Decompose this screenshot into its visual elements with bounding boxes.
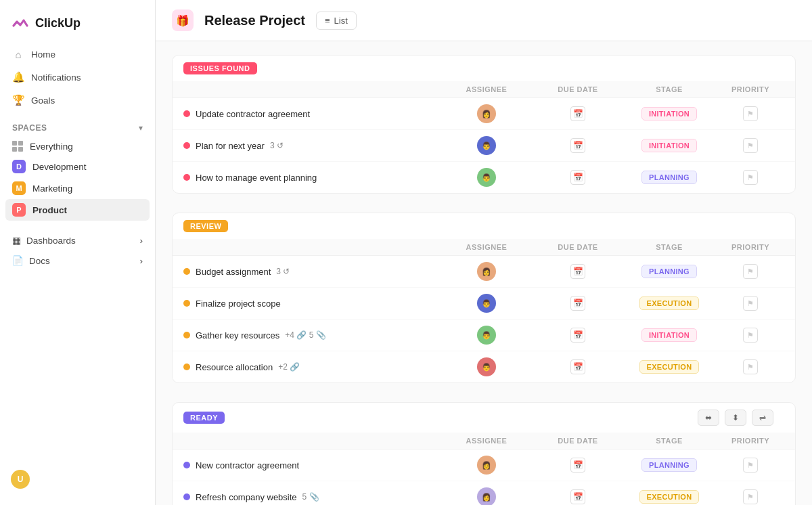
- col-priority-label: PRIORITY: [717, 243, 784, 251]
- task-name: Budget assignment: [196, 267, 271, 277]
- stage-badge: PLANNING: [641, 171, 697, 184]
- task-name-cell: Budget assignment 3 ↺: [183, 267, 439, 277]
- sidebar-bottom-sections: ▦ Dashboards › 📄 Docs ›: [0, 230, 155, 271]
- priority-cell[interactable]: ⚑: [717, 296, 784, 311]
- list-view-label: List: [334, 16, 348, 26]
- sidebar-item-dashboards[interactable]: ▦ Dashboards ›: [0, 230, 155, 250]
- stage-badge: EXECUTION: [639, 490, 700, 504]
- stage-cell: EXECUTION: [622, 297, 717, 310]
- task-name: How to manage event planning: [196, 173, 317, 183]
- due-date-cell[interactable]: 📅: [534, 106, 622, 121]
- task-name: New contractor agreement: [196, 460, 299, 470]
- assignee-cell: 👨: [439, 136, 534, 155]
- task-name: Refresh company website: [196, 492, 297, 502]
- due-date-cell[interactable]: 📅: [534, 359, 622, 374]
- priority-icon: ⚑: [743, 489, 758, 504]
- task-name-cell: Refresh company website 5 📎: [183, 492, 439, 502]
- table-row[interactable]: Resource allocation +2 🔗 👨 📅 EXECUTION ⚑: [173, 351, 795, 382]
- toolbar-btn-1[interactable]: ⬌: [698, 410, 719, 426]
- product-label: Product: [32, 205, 67, 215]
- docs-chevron-icon: ›: [140, 256, 143, 266]
- priority-cell[interactable]: ⚑: [717, 138, 784, 153]
- col-task-label: [194, 243, 439, 251]
- table-row[interactable]: New contractor agreement 👩 📅 PLANNING ⚑: [173, 449, 795, 481]
- group-review: REVIEW ASSIGNEE DUE DATE STAGE PRIORITY …: [172, 213, 796, 383]
- priority-cell[interactable]: ⚑: [717, 264, 784, 279]
- priority-cell[interactable]: ⚑: [717, 458, 784, 473]
- sidebar-item-goals[interactable]: 🏆 Goals: [5, 89, 150, 111]
- list-view-button[interactable]: ≡ List: [316, 12, 357, 30]
- stage-badge: EXECUTION: [639, 297, 700, 310]
- table-row[interactable]: Budget assignment 3 ↺ 👩 📅 PLANNING ⚑: [173, 256, 795, 288]
- toolbar-btn-2[interactable]: ⬍: [725, 410, 746, 426]
- table-row[interactable]: Plan for next year 3 ↺ 👨 📅 INITIATION ⚑: [173, 130, 795, 162]
- task-name-cell: Resource allocation +2 🔗: [183, 362, 439, 372]
- development-dot: D: [12, 160, 26, 173]
- task-meta: 3 ↺: [270, 141, 284, 150]
- assignee-cell: 👩: [439, 456, 534, 475]
- priority-icon: ⚑: [743, 106, 758, 121]
- col-duedate-label: DUE DATE: [534, 243, 622, 251]
- col-priority-label: PRIORITY: [717, 85, 784, 93]
- table-row[interactable]: Finalize project scope 👨 📅 EXECUTION ⚑: [173, 288, 795, 320]
- ready-toolbar: ⬌ ⬍ ⇌: [687, 410, 784, 426]
- due-date-cell[interactable]: 📅: [534, 138, 622, 153]
- task-status-dot: [183, 174, 190, 181]
- user-avatar-area[interactable]: U: [0, 462, 155, 497]
- table-row[interactable]: Refresh company website 5 📎 👩 📅 EXECUTIO…: [173, 481, 795, 505]
- task-name: Finalize project scope: [196, 299, 281, 309]
- issues-table-header: ASSIGNEE DUE DATE STAGE PRIORITY: [173, 81, 795, 98]
- task-name-cell: Finalize project scope: [183, 299, 439, 309]
- project-icon: 🎁: [172, 9, 194, 31]
- due-date-cell[interactable]: 📅: [534, 489, 622, 504]
- assignee-cell: 👩: [439, 487, 534, 505]
- priority-icon: ⚑: [743, 170, 758, 185]
- due-date-cell[interactable]: 📅: [534, 296, 622, 311]
- sidebar-item-notifications-label: Notifications: [31, 72, 81, 83]
- task-name-cell: Plan for next year 3 ↺: [183, 141, 439, 151]
- main-header: 🎁 Release Project ≡ List: [156, 0, 812, 41]
- stage-badge: PLANNING: [641, 265, 697, 278]
- sidebar-item-goals-label: Goals: [31, 95, 55, 106]
- task-meta: +4 🔗 5 📎: [285, 330, 325, 340]
- docs-label: Docs: [29, 256, 50, 266]
- sidebar-item-notifications[interactable]: 🔔 Notifications: [5, 66, 150, 88]
- priority-cell[interactable]: ⚑: [717, 359, 784, 374]
- due-date-cell[interactable]: 📅: [534, 328, 622, 343]
- stage-cell: EXECUTION: [622, 360, 717, 374]
- docs-icon: 📄: [12, 255, 24, 266]
- sidebar-item-docs[interactable]: 📄 Docs ›: [0, 250, 155, 271]
- priority-icon: ⚑: [743, 296, 758, 311]
- sidebar: ClickUp ⌂ Home 🔔 Notifications 🏆 Goals S…: [0, 0, 156, 505]
- due-date-cell[interactable]: 📅: [534, 458, 622, 473]
- table-row[interactable]: How to manage event planning 👨 📅 PLANNIN…: [173, 162, 795, 193]
- stage-badge: PLANNING: [641, 458, 697, 472]
- task-status-dot: [183, 493, 190, 500]
- sidebar-item-everything[interactable]: Everything: [5, 137, 150, 156]
- avatar: 👨: [477, 136, 496, 155]
- table-row[interactable]: Update contractor agreement 👩 📅 INITIATI…: [173, 98, 795, 130]
- priority-cell[interactable]: ⚑: [717, 328, 784, 343]
- avatar: 👨: [477, 357, 496, 376]
- table-row[interactable]: Gather key resources +4 🔗 5 📎 👨 📅 INITIA…: [173, 320, 795, 351]
- list-view-icon: ≡: [325, 16, 330, 26]
- priority-cell[interactable]: ⚑: [717, 170, 784, 185]
- avatar: 👨: [477, 294, 496, 313]
- sidebar-item-marketing[interactable]: M Marketing: [5, 177, 150, 199]
- sidebar-item-home[interactable]: ⌂ Home: [5, 43, 150, 65]
- sidebar-item-product[interactable]: P Product: [5, 199, 150, 221]
- stage-cell: INITIATION: [622, 139, 717, 152]
- chevron-down-icon[interactable]: ▾: [139, 123, 143, 133]
- development-label: Development: [32, 162, 87, 172]
- sidebar-item-development[interactable]: D Development: [5, 156, 150, 177]
- stage-badge: INITIATION: [641, 139, 697, 152]
- issues-found-badge: ISSUES FOUND: [183, 62, 257, 74]
- due-date-cell[interactable]: 📅: [534, 170, 622, 185]
- assignee-cell: 👨: [439, 326, 534, 345]
- priority-cell[interactable]: ⚑: [717, 106, 784, 121]
- col-task-label: [194, 85, 439, 93]
- stage-cell: EXECUTION: [622, 490, 717, 504]
- toolbar-btn-3[interactable]: ⇌: [752, 410, 773, 426]
- priority-cell[interactable]: ⚑: [717, 489, 784, 504]
- due-date-cell[interactable]: 📅: [534, 264, 622, 279]
